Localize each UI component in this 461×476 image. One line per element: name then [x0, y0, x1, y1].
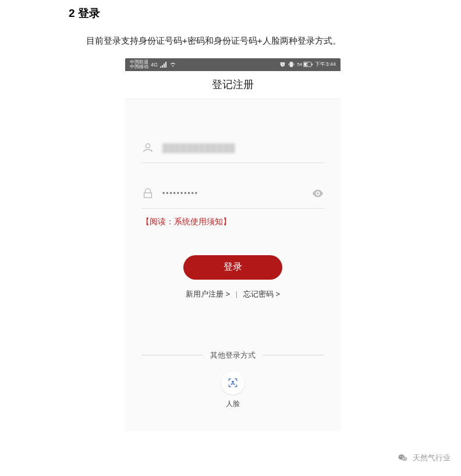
section-heading: 2 登录	[69, 6, 397, 21]
divider-left	[141, 355, 203, 355]
wechat-icon	[398, 453, 408, 463]
clock-time: 下午3:44	[315, 61, 336, 68]
page-title: 登记注册	[212, 77, 254, 91]
phone-screenshot: 中国联通 中国移动 4G 54 下午3:44 登记注册	[125, 58, 341, 431]
password-value: ••••••••••	[162, 189, 303, 198]
battery-level: 54	[297, 62, 302, 67]
svg-point-5	[402, 457, 407, 461]
status-bar: 中国联通 中国移动 4G 54 下午3:44	[125, 58, 341, 71]
eye-icon[interactable]	[311, 187, 324, 200]
login-button[interactable]: 登录	[183, 255, 282, 280]
register-link[interactable]: 新用户注册 >	[186, 290, 230, 298]
id-value: ████████████	[162, 143, 324, 153]
section-body: 目前登录支持身份证号码+密码和身份证号码+人脸两种登录方式。	[69, 31, 397, 50]
signal-icon	[160, 62, 167, 68]
password-field[interactable]: ••••••••••	[141, 179, 324, 209]
app-title-bar: 登记注册	[125, 71, 341, 99]
divider-right	[263, 355, 324, 355]
face-icon	[227, 377, 239, 389]
svg-rect-2	[312, 64, 313, 65]
svg-point-7	[402, 456, 403, 457]
svg-point-6	[400, 456, 400, 457]
wifi-icon	[169, 62, 176, 68]
watermark: 天然气行业	[398, 453, 451, 463]
user-icon	[141, 142, 154, 154]
svg-point-9	[405, 458, 406, 459]
battery-icon	[303, 62, 313, 67]
alarm-icon	[279, 61, 286, 68]
forgot-link[interactable]: 忘记密码 >	[243, 290, 280, 298]
carrier-2: 中国移动	[130, 65, 148, 69]
svg-point-8	[403, 458, 404, 459]
lock-icon	[141, 187, 154, 200]
watermark-text: 天然气行业	[413, 453, 451, 463]
vibrate-icon	[288, 61, 295, 68]
face-label: 人脸	[226, 399, 240, 409]
id-field[interactable]: ████████████	[141, 134, 324, 163]
link-separator: |	[236, 290, 237, 298]
network-label: 4G	[151, 62, 158, 68]
face-login-button[interactable]: 人脸	[221, 371, 244, 409]
notice-link[interactable]: 【阅读：系统使用须知】	[141, 217, 324, 227]
svg-point-3	[232, 380, 234, 383]
other-login-label: 其他登录方式	[210, 350, 256, 361]
